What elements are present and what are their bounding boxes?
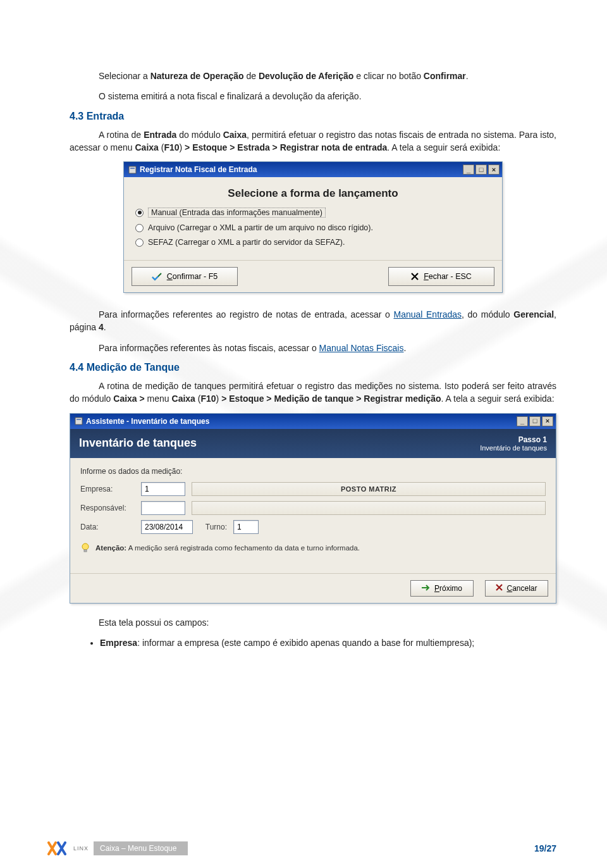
paragraph-ref-manual-entradas: Para informações referentes ao registro … <box>70 308 556 334</box>
next-button[interactable]: Próximo <box>410 580 474 597</box>
svg-rect-0 <box>129 166 136 173</box>
linx-logo-icon <box>44 840 70 857</box>
radio-option-sefaz[interactable]: SEFAZ (Carregar o XML a partir do servid… <box>135 238 491 247</box>
maximize-button[interactable]: □ <box>529 416 541 426</box>
dialog1-header: Selecione a forma de lançamento <box>135 187 491 200</box>
paragraph-emit-nf: O sistema emitirá a nota fiscal e finali… <box>70 90 556 102</box>
maximize-button[interactable]: □ <box>475 164 487 175</box>
brand-text: LINX <box>73 845 89 852</box>
display-responsavel-name <box>192 501 546 515</box>
paragraph-campos: Esta tela possui os campos: <box>70 616 556 629</box>
radio-label-sefaz: SEFAZ (Carregar o XML a partir do servid… <box>148 238 345 247</box>
x-icon <box>496 584 503 593</box>
dialog-app-icon <box>128 165 137 174</box>
radio-icon <box>135 239 144 247</box>
radio-label-manual: Manual (Entrada das informações manualme… <box>148 208 326 218</box>
label-data: Data: <box>80 523 135 531</box>
radio-option-manual[interactable]: Manual (Entrada das informações manualme… <box>135 208 491 218</box>
heading-4-4-medicao-tanque: 4.4 Medição de Tanque <box>70 362 556 373</box>
row-empresa: Empresa: POSTO MATRIZ <box>80 482 546 496</box>
label-turno: Turno: <box>199 523 227 531</box>
dialog2-banner: Inventário de tanques Passo 1 Inventário… <box>70 429 556 458</box>
dialog-app-icon <box>74 417 83 426</box>
label-responsavel: Responsável: <box>80 504 135 512</box>
radio-icon <box>135 209 144 217</box>
input-empresa-code[interactable] <box>141 482 185 496</box>
field-list: Empresa: informar a empresa (este campo … <box>100 636 556 649</box>
radio-icon <box>135 224 144 232</box>
dialog2-titlebar: Assistente - Inventário de tanques _ □ × <box>70 414 556 429</box>
close-window-button[interactable]: × <box>488 164 500 175</box>
page-footer: LINX Caixa – Menu Estoque 19/27 <box>0 840 607 857</box>
attention-note: Atenção: A medição será registrada como … <box>80 543 546 553</box>
cancel-button[interactable]: Cancelar <box>485 580 548 597</box>
row-responsavel: Responsável: <box>80 501 546 515</box>
label-empresa: Empresa: <box>80 485 135 493</box>
banner-title: Inventário de tanques <box>79 437 197 450</box>
dialog1-title: Registrar Nota Fiscal de Entrada <box>140 165 257 174</box>
radio-label-arquivo: Arquivo (Carregar o XML a partir de um a… <box>148 223 373 232</box>
display-empresa-name: POSTO MATRIZ <box>192 482 546 496</box>
radio-option-arquivo[interactable]: Arquivo (Carregar o XML a partir de um a… <box>135 223 491 232</box>
check-icon <box>152 273 162 281</box>
input-turno[interactable] <box>233 520 259 534</box>
svg-point-4 <box>82 543 89 550</box>
x-icon <box>411 273 419 280</box>
form-instruction: Informe os dados da medição: <box>80 467 546 476</box>
dialog-registrar-nota-fiscal: Registrar Nota Fiscal de Entrada _ □ × S… <box>123 161 503 293</box>
row-data-turno: Data: Turno: <box>80 520 546 534</box>
arrow-right-icon <box>422 584 431 593</box>
svg-rect-2 <box>75 418 82 425</box>
dialog1-titlebar: Registrar Nota Fiscal de Entrada _ □ × <box>124 162 502 177</box>
confirm-button[interactable]: Confirmar - F5 <box>132 267 238 286</box>
paragraph-select-natureza: Selecionar a Natureza de Operação de Dev… <box>70 70 556 82</box>
minimize-button[interactable]: _ <box>517 416 528 426</box>
breadcrumb: Caixa – Menu Estoque <box>94 841 188 855</box>
minimize-button[interactable]: _ <box>463 164 474 175</box>
banner-step: Passo 1 <box>480 435 547 444</box>
svg-rect-5 <box>84 550 87 552</box>
svg-rect-1 <box>130 168 135 169</box>
heading-4-3-entrada: 4.3 Entrada <box>70 111 556 122</box>
dialog2-title: Assistente - Inventário de tanques <box>86 417 209 426</box>
svg-rect-3 <box>77 419 81 420</box>
list-item: Empresa: informar a empresa (este campo … <box>100 636 556 649</box>
paragraph-entrada-desc: A rotina de Entrada do módulo Caixa, per… <box>70 128 556 154</box>
lightbulb-icon <box>80 543 90 553</box>
link-manual-notas-fiscais[interactable]: Manual Notas Fiscais <box>319 343 404 353</box>
banner-step-subtitle: Inventário de tanques <box>480 444 547 452</box>
link-manual-entradas[interactable]: Manual Entradas <box>393 309 462 319</box>
input-responsavel-code[interactable] <box>141 501 185 515</box>
input-data[interactable] <box>141 520 193 534</box>
dialog-inventario-tanques: Assistente - Inventário de tanques _ □ ×… <box>70 413 556 604</box>
close-button[interactable]: Fechar - ESC <box>388 267 494 286</box>
paragraph-medicao-desc: A rotina de medição de tanques permitirá… <box>70 380 556 406</box>
page-number: 19/27 <box>534 843 556 853</box>
paragraph-ref-manual-nf: Para informações referentes às notas fis… <box>70 342 556 354</box>
close-window-button[interactable]: × <box>542 416 553 426</box>
